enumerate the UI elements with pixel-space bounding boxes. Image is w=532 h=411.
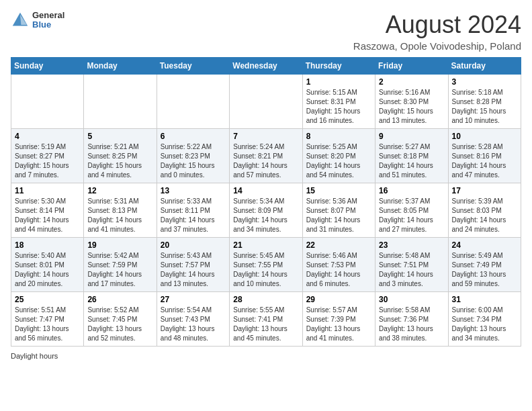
day-info: Sunrise: 5:15 AM Sunset: 8:31 PM Dayligh… [306,88,371,126]
logo-blue: Blue [32,20,64,30]
day-number: 25 [15,295,80,304]
day-number: 6 [161,132,226,141]
day-number: 26 [87,295,152,304]
day-info: Sunrise: 5:21 AM Sunset: 8:25 PM Dayligh… [87,142,152,180]
day-cell: 22Sunrise: 5:46 AM Sunset: 7:53 PM Dayli… [302,238,375,292]
day-cell: 7Sunrise: 5:24 AM Sunset: 8:21 PM Daylig… [230,129,302,183]
day-info: Sunrise: 5:55 AM Sunset: 7:41 PM Dayligh… [233,306,298,343]
day-info: Sunrise: 5:48 AM Sunset: 7:51 PM Dayligh… [379,251,444,289]
subtitle: Raszowa, Opole Voivodeship, Poland [353,40,521,52]
day-number: 3 [452,77,517,87]
logo: General Blue [11,11,64,30]
day-header-sunday: Sunday [11,58,84,75]
day-header-friday: Friday [375,58,448,75]
day-info: Sunrise: 5:43 AM Sunset: 7:57 PM Dayligh… [161,251,226,289]
main-title: August 2024 [353,11,521,39]
day-number: 8 [306,132,371,141]
day-cell: 10Sunrise: 5:28 AM Sunset: 8:16 PM Dayli… [448,129,521,183]
day-cell [84,75,157,129]
day-header-monday: Monday [84,58,157,75]
day-cell [230,75,302,129]
day-info: Sunrise: 5:24 AM Sunset: 8:21 PM Dayligh… [233,142,298,180]
day-cell: 11Sunrise: 5:30 AM Sunset: 8:14 PM Dayli… [11,183,84,238]
week-row-2: 4Sunrise: 5:19 AM Sunset: 8:27 PM Daylig… [11,129,521,183]
day-cell: 27Sunrise: 5:54 AM Sunset: 7:43 PM Dayli… [157,292,229,347]
day-cell: 17Sunrise: 5:39 AM Sunset: 8:03 PM Dayli… [448,183,521,238]
day-info: Sunrise: 5:57 AM Sunset: 7:39 PM Dayligh… [306,306,371,343]
day-cell: 24Sunrise: 5:49 AM Sunset: 7:49 PM Dayli… [448,238,521,292]
day-cell: 19Sunrise: 5:42 AM Sunset: 7:59 PM Dayli… [84,238,157,292]
day-cell: 6Sunrise: 5:22 AM Sunset: 8:23 PM Daylig… [157,129,229,183]
day-info: Sunrise: 5:28 AM Sunset: 8:16 PM Dayligh… [452,142,517,180]
day-number: 23 [379,240,444,250]
day-info: Sunrise: 5:18 AM Sunset: 8:28 PM Dayligh… [452,88,517,126]
day-number: 4 [15,132,80,141]
day-cell: 9Sunrise: 5:27 AM Sunset: 8:18 PM Daylig… [375,129,448,183]
day-number: 5 [87,132,152,141]
day-number: 7 [233,132,298,141]
week-row-5: 25Sunrise: 5:51 AM Sunset: 7:47 PM Dayli… [11,292,521,347]
day-number: 27 [161,295,226,304]
day-cell: 18Sunrise: 5:40 AM Sunset: 8:01 PM Dayli… [11,238,84,292]
logo-general: General [32,11,64,20]
day-info: Sunrise: 5:27 AM Sunset: 8:18 PM Dayligh… [379,142,444,180]
day-cell: 5Sunrise: 5:21 AM Sunset: 8:25 PM Daylig… [84,129,157,183]
day-info: Sunrise: 5:37 AM Sunset: 8:05 PM Dayligh… [379,197,444,234]
calendar-body: 1Sunrise: 5:15 AM Sunset: 8:31 PM Daylig… [11,75,521,347]
day-info: Sunrise: 5:16 AM Sunset: 8:30 PM Dayligh… [379,88,444,126]
day-info: Sunrise: 5:46 AM Sunset: 7:53 PM Dayligh… [306,251,371,289]
logo-icon [11,11,30,30]
day-cell: 8Sunrise: 5:25 AM Sunset: 8:20 PM Daylig… [302,129,375,183]
day-cell: 14Sunrise: 5:34 AM Sunset: 8:09 PM Dayli… [230,183,302,238]
day-info: Sunrise: 5:31 AM Sunset: 8:13 PM Dayligh… [87,197,152,234]
day-info: Sunrise: 5:52 AM Sunset: 7:45 PM Dayligh… [87,306,152,343]
day-info: Sunrise: 5:45 AM Sunset: 7:55 PM Dayligh… [233,251,298,289]
day-info: Sunrise: 6:00 AM Sunset: 7:34 PM Dayligh… [452,306,517,343]
day-info: Sunrise: 5:40 AM Sunset: 8:01 PM Dayligh… [15,251,80,289]
day-number: 30 [379,295,444,304]
day-number: 29 [306,295,371,304]
day-number: 11 [15,186,80,195]
day-info: Sunrise: 5:58 AM Sunset: 7:36 PM Dayligh… [379,306,444,343]
day-cell: 4Sunrise: 5:19 AM Sunset: 8:27 PM Daylig… [11,129,84,183]
day-number: 21 [233,240,298,250]
day-header-tuesday: Tuesday [157,58,229,75]
header-row: SundayMondayTuesdayWednesdayThursdayFrid… [11,58,521,75]
day-cell: 28Sunrise: 5:55 AM Sunset: 7:41 PM Dayli… [230,292,302,347]
day-info: Sunrise: 5:34 AM Sunset: 8:09 PM Dayligh… [233,197,298,234]
day-info: Sunrise: 5:49 AM Sunset: 7:49 PM Dayligh… [452,251,517,289]
day-cell: 15Sunrise: 5:36 AM Sunset: 8:07 PM Dayli… [302,183,375,238]
day-cell: 21Sunrise: 5:45 AM Sunset: 7:55 PM Dayli… [230,238,302,292]
logo-text: General Blue [32,11,64,30]
day-number: 9 [379,132,444,141]
day-number: 2 [379,77,444,87]
day-header-saturday: Saturday [448,58,521,75]
day-cell: 31Sunrise: 6:00 AM Sunset: 7:34 PM Dayli… [448,292,521,347]
day-info: Sunrise: 5:51 AM Sunset: 7:47 PM Dayligh… [15,306,80,343]
day-number: 19 [87,240,152,250]
day-number: 22 [306,240,371,250]
day-number: 13 [161,186,226,195]
day-cell [157,75,229,129]
day-number: 12 [87,186,152,195]
day-header-thursday: Thursday [302,58,375,75]
day-number: 31 [452,295,517,304]
day-info: Sunrise: 5:30 AM Sunset: 8:14 PM Dayligh… [15,197,80,234]
calendar-header: SundayMondayTuesdayWednesdayThursdayFrid… [11,58,521,75]
day-info: Sunrise: 5:25 AM Sunset: 8:20 PM Dayligh… [306,142,371,180]
day-cell: 12Sunrise: 5:31 AM Sunset: 8:13 PM Dayli… [84,183,157,238]
footer: Daylight hours [11,352,521,360]
week-row-3: 11Sunrise: 5:30 AM Sunset: 8:14 PM Dayli… [11,183,521,238]
day-cell: 13Sunrise: 5:33 AM Sunset: 8:11 PM Dayli… [157,183,229,238]
day-cell: 25Sunrise: 5:51 AM Sunset: 7:47 PM Dayli… [11,292,84,347]
day-cell: 30Sunrise: 5:58 AM Sunset: 7:36 PM Dayli… [375,292,448,347]
day-info: Sunrise: 5:54 AM Sunset: 7:43 PM Dayligh… [161,306,226,343]
day-cell: 1Sunrise: 5:15 AM Sunset: 8:31 PM Daylig… [302,75,375,129]
day-number: 24 [452,240,517,250]
day-info: Sunrise: 5:22 AM Sunset: 8:23 PM Dayligh… [161,142,226,180]
day-info: Sunrise: 5:42 AM Sunset: 7:59 PM Dayligh… [87,251,152,289]
day-info: Sunrise: 5:19 AM Sunset: 8:27 PM Dayligh… [15,142,80,180]
week-row-1: 1Sunrise: 5:15 AM Sunset: 8:31 PM Daylig… [11,75,521,129]
day-number: 28 [233,295,298,304]
day-cell: 2Sunrise: 5:16 AM Sunset: 8:30 PM Daylig… [375,75,448,129]
